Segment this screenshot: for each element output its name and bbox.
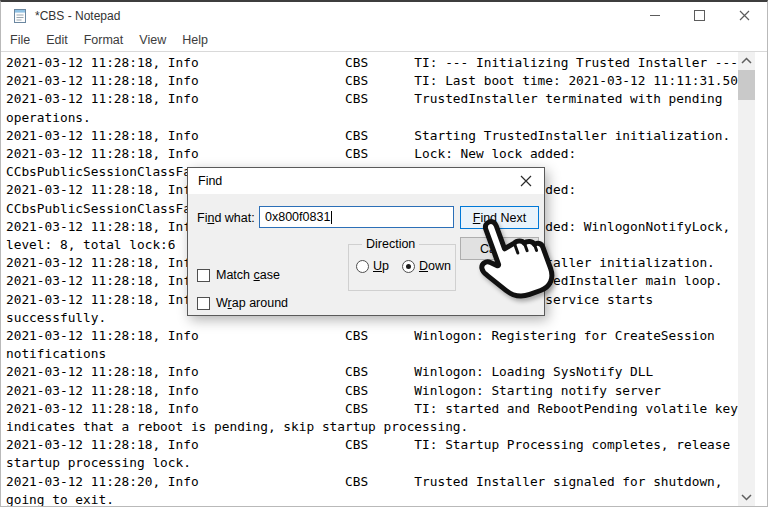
find-what-label: Find what:	[197, 211, 255, 225]
find-what-input[interactable]: 0x800f0831	[259, 206, 454, 228]
find-dialog-titlebar: Find	[188, 168, 544, 194]
match-case-label: Match case	[216, 268, 280, 282]
scroll-up-button[interactable]	[738, 52, 755, 69]
find-dialog-title: Find	[198, 174, 222, 188]
scroll-down-button[interactable]	[738, 489, 755, 506]
vertical-scrollbar[interactable]	[738, 52, 755, 506]
wrap-around-label: Wrap around	[216, 296, 288, 310]
direction-radio-row: Up Down	[356, 259, 451, 273]
dialog-close-button[interactable]	[508, 168, 544, 194]
menu-edit[interactable]: Edit	[38, 29, 76, 51]
wrap-around-checkbox[interactable]: Wrap around	[197, 296, 288, 310]
match-case-checkbox[interactable]: Match case	[197, 268, 280, 282]
minimize-icon	[650, 15, 660, 16]
menu-help[interactable]: Help	[174, 29, 216, 51]
chevron-down-icon	[740, 493, 753, 502]
text-caret	[331, 211, 332, 224]
radio-up[interactable]: Up	[356, 259, 389, 273]
direction-group-label: Direction	[362, 237, 419, 251]
match-case-box	[197, 269, 210, 282]
scrollbar-thumb[interactable]	[738, 70, 755, 100]
direction-group: Direction Up Down	[348, 244, 456, 291]
close-icon	[739, 10, 750, 21]
maximize-icon	[694, 10, 705, 21]
title-bar: *CBS - Notepad	[1, 2, 767, 29]
chevron-up-icon	[740, 56, 753, 65]
minimize-button[interactable]	[632, 2, 677, 29]
maximize-button[interactable]	[677, 2, 722, 29]
window-title: *CBS - Notepad	[35, 9, 120, 23]
close-icon	[520, 175, 532, 187]
menu-file[interactable]: File	[2, 29, 38, 51]
notepad-icon	[12, 8, 28, 24]
find-what-value: 0x800f0831	[265, 210, 330, 224]
menu-format[interactable]: Format	[76, 29, 132, 51]
window-controls	[632, 2, 767, 29]
radio-up-circle	[356, 260, 369, 273]
wrap-around-box	[197, 297, 210, 310]
close-button[interactable]	[722, 2, 767, 29]
hand-cursor-icon	[443, 211, 573, 331]
radio-up-label: Up	[373, 259, 389, 273]
notepad-window: *CBS - Notepad File Edit Format View Hel…	[0, 0, 768, 507]
menu-view[interactable]: View	[131, 29, 174, 51]
radio-down-circle	[402, 260, 415, 273]
menu-bar: File Edit Format View Help	[1, 29, 767, 52]
